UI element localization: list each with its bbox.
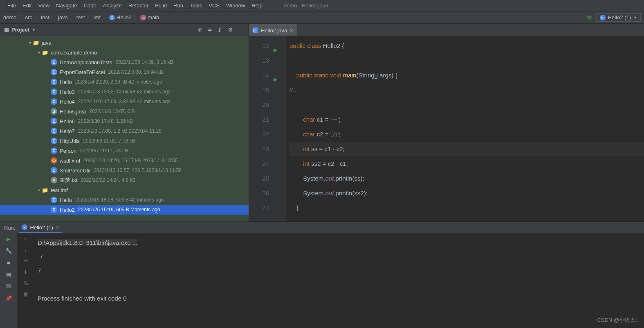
project-tool-header[interactable]: ▦ Project ▼ ⊕ ≑ ⇵ ⚙ — [0, 24, 249, 36]
code-line[interactable]: System.out.println(ss2); [289, 186, 644, 201]
scroll-icon[interactable]: ⤓ [23, 269, 28, 275]
editor-tab-hello2[interactable]: C Hello2.java ✕ [249, 24, 297, 36]
console-line: 7 [38, 264, 640, 278]
run-tab[interactable]: ▸ Hello2 (1) ✕ [19, 223, 61, 233]
code-line[interactable] [289, 53, 644, 68]
code-line[interactable]: } [289, 201, 644, 215]
tree-node-hello7[interactable]: CHello72023/1/3 17:00, 1.2 kB 2023/1/4 1… [0, 126, 249, 136]
fold-strip[interactable] [280, 36, 286, 222]
window-title: demo - Hello2.java [284, 2, 328, 9]
tree-node-hello2[interactable]: CHello22023/1/25 15:19, 605 B Moments ag… [0, 205, 249, 215]
breadcrumb-segment[interactable]: Hello2 [117, 14, 132, 20]
gutter-run-icon[interactable]: ▶ [274, 72, 277, 87]
tree-node-hello5-java[interactable]: JHello5.java2022/11/6 13:07, 0 B [0, 106, 249, 116]
console-output[interactable]: D:\Apps\jdk1.8.0_311\bin\java.exe ...-77… [34, 233, 644, 328]
tree-node-httputils[interactable]: CHttpUtils2022/9/6 21:02, 7.16 kB [0, 136, 249, 146]
hide-icon[interactable]: — [239, 27, 244, 33]
wrap-icon[interactable]: ⏎ [23, 258, 28, 264]
wrench-icon[interactable]: 🔧 [5, 248, 12, 254]
tree-node-demoapplicationtests[interactable]: CDemoApplicationTests2022/11/25 14:39, 3… [0, 57, 249, 67]
menu-window[interactable]: Window [223, 1, 248, 10]
select-opened-icon[interactable]: ⊕ [197, 27, 202, 33]
file-icon: J [51, 108, 57, 115]
run-icon: ▸ [600, 15, 606, 20]
menu-refactor[interactable]: Refactor [125, 1, 152, 10]
code-line[interactable]: public class Hello2 { [289, 38, 644, 53]
layout-icon[interactable]: ▤ [6, 271, 11, 278]
tree-node-meta: 2022/11/25 14:39, 3.16 kB [116, 59, 173, 65]
tree-node-hello3[interactable]: CHello32023/1/13 13:52, 13.64 kB 42 minu… [0, 87, 249, 97]
console-line: D:\Apps\jdk1.8.0_311\bin\java.exe ... [38, 236, 640, 250]
breadcrumb-segment[interactable]: demo [3, 14, 17, 20]
tree-node-hello6[interactable]: CHello62022/8/30 17:48, 1.29 kB [0, 116, 249, 126]
close-icon[interactable]: ✕ [289, 28, 293, 33]
code-editor[interactable]: 12▶1314▶152021222324252627 public class … [249, 36, 644, 222]
tree-node-hello[interactable]: CHello2023/1/4 22:20, 2.19 kB 42 minutes… [0, 77, 249, 87]
breadcrumb-segment[interactable]: main [148, 14, 159, 20]
menu-vcs[interactable]: VCS [205, 1, 223, 10]
chevron-down-icon[interactable]: ▼ [32, 28, 36, 32]
tree-node-test-lmf[interactable]: ▾test.lmf [0, 185, 249, 195]
code-line[interactable]: System.out.println(ss); [289, 171, 644, 186]
tree-node--txt[interactable]: ≡噩梦.txt2022/10/22 14:24, 4.8 kB [0, 175, 249, 185]
breadcrumb[interactable]: demo〉src〉test〉java〉test〉lmf〉CHello2〉mmai… [3, 14, 159, 21]
code-line[interactable] [289, 97, 644, 112]
breadcrumb-segment[interactable]: src [25, 14, 32, 20]
menu-view[interactable]: View [35, 1, 53, 10]
project-tree[interactable]: ▾java▾com.example.demoCDemoApplicationTe… [0, 36, 249, 222]
breadcrumb-segment[interactable]: test [76, 14, 85, 20]
expand-all-icon[interactable]: ≑ [208, 27, 212, 33]
collapse-all-icon[interactable]: ⇵ [218, 27, 222, 33]
code-line[interactable]: char c1 = '一'; [289, 112, 644, 127]
gutter-run-icon[interactable]: ▶ [274, 43, 277, 57]
chevron-icon[interactable]: ▾ [36, 50, 42, 55]
project-icon: ▦ [4, 27, 9, 33]
menu-tools[interactable]: Tools [186, 1, 205, 10]
gutter[interactable]: 12▶1314▶152021222324252627 [249, 36, 280, 222]
down-icon[interactable]: ↓ [24, 247, 27, 253]
chevron-icon[interactable]: ▾ [27, 41, 33, 45]
breadcrumb-segment[interactable]: java [58, 14, 68, 20]
code-line[interactable]: int ss2 = c2 - c1; [289, 156, 644, 171]
menu-run[interactable]: Run [170, 1, 186, 10]
pin-icon[interactable]: 📌 [5, 295, 12, 301]
code-line[interactable]: char c2 = '万'; [289, 127, 644, 142]
menu-code[interactable]: Code [81, 1, 100, 10]
print-icon[interactable]: 🖶 [23, 280, 28, 286]
menu-analyze[interactable]: Analyze [100, 1, 125, 10]
rerun-icon[interactable]: ▶ [7, 236, 11, 242]
close-icon[interactable]: ✕ [56, 225, 59, 230]
tree-node-person[interactable]: CPerson2022/9/7 20:17, 731 B [0, 146, 249, 156]
java-icon: C [51, 128, 57, 134]
run-config-selector[interactable]: ▸ Hello2 (1) ▼ [596, 13, 641, 22]
build-icon[interactable]: ⚒ [587, 14, 592, 21]
trash-icon[interactable]: 🗑 [23, 291, 28, 297]
tree-node-meta: 2022/9/6 21:02, 7.16 kB [83, 138, 135, 144]
menu-file[interactable]: File [4, 1, 19, 10]
menu-build[interactable]: Build [152, 1, 170, 10]
stop-icon[interactable]: ■ [7, 260, 10, 266]
tree-node-wsdl-xml[interactable]: <>wsdl.xml2023/1/13 10:20, 15.17 kB 2023… [0, 156, 249, 165]
tree-node-xmlparseutil[interactable]: CXmlParseUtil2023/1/13 10:57, 406 B 2023… [0, 165, 249, 175]
run-toolbar-inner: ↑ ↓ ⏎ ⤓ 🖶 🗑 [17, 233, 34, 328]
tree-node-java[interactable]: ▾java [0, 38, 249, 48]
breadcrumb-segment[interactable]: test [41, 14, 49, 20]
chevron-icon[interactable]: ▾ [36, 188, 42, 192]
tree-node-hello[interactable]: CHello2022/10/15 18:28, 506 B 42 minutes… [0, 195, 249, 205]
menu-edit[interactable]: Edit [19, 1, 35, 10]
up-icon[interactable]: ↑ [24, 236, 27, 242]
code-line[interactable]: int ss = c1 - c2; [289, 142, 644, 156]
tree-node-meta: 2023/1/13 10:57, 406 B 2023/1/13 11:58 [94, 167, 182, 173]
code-line[interactable]: //... [289, 83, 644, 97]
tree-node-exportdatatoexcel[interactable]: CExportDataToExcel2022/7/12 0:00, 10.94 … [0, 67, 249, 77]
menu-navigate[interactable]: Navigate [53, 1, 80, 10]
tree-node-com-example-demo[interactable]: ▾com.example.demo [0, 48, 249, 57]
java-icon: C [51, 167, 57, 174]
code-line[interactable]: public static void main(String[] args) { [289, 68, 644, 83]
code-body[interactable]: public class Hello2 { public static void… [286, 36, 644, 222]
gear-icon[interactable]: ⚙ [228, 27, 233, 33]
tree-node-hello4[interactable]: CHello42022/11/20 17:09, 3.82 kB 42 minu… [0, 97, 249, 106]
menu-help[interactable]: Help [248, 1, 266, 10]
breadcrumb-segment[interactable]: lmf [94, 14, 101, 20]
exit-icon[interactable]: ☒ [6, 283, 11, 290]
